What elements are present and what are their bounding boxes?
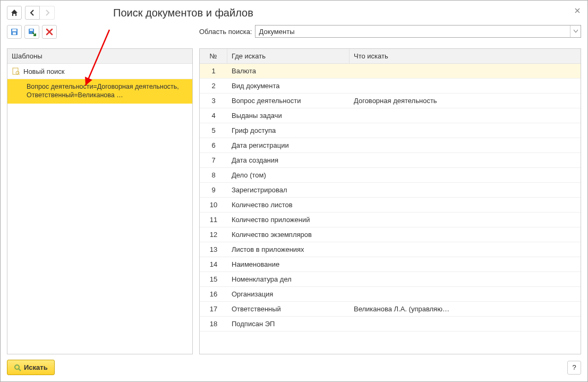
magnifier-icon — [14, 364, 21, 371]
criteria-row[interactable]: 17ОтветственныйВеликанова Л.А. (управляю… — [200, 302, 581, 317]
col-header-where[interactable]: Где искать — [227, 49, 350, 63]
criteria-row-where: Гриф доступа — [227, 123, 350, 138]
criteria-row-num: 2 — [200, 79, 227, 93]
criteria-row-num: 8 — [200, 168, 227, 182]
criteria-panel: № Где искать Что искать 1Валюта2Вид доку… — [199, 48, 581, 354]
criteria-row-where: Дата создания — [227, 153, 350, 167]
criteria-body[interactable]: 1Валюта2Вид документа3Вопрос деятельност… — [200, 64, 581, 354]
criteria-row[interactable]: 9Зарегистрировал — [200, 183, 581, 198]
col-header-what[interactable]: Что искать — [350, 49, 581, 63]
search-button[interactable]: Искать — [7, 360, 55, 375]
delete-icon — [46, 28, 53, 36]
criteria-row-what[interactable]: Великанова Л.А. (управляю… — [350, 302, 581, 316]
criteria-row-num: 12 — [200, 227, 227, 242]
criteria-row-where: Зарегистрировал — [227, 183, 350, 197]
criteria-row[interactable]: 18Подписан ЭП — [200, 317, 581, 332]
search-template-icon — [12, 67, 20, 75]
criteria-row-num: 5 — [200, 123, 227, 138]
criteria-row-what[interactable] — [350, 153, 581, 167]
col-header-num[interactable]: № — [200, 49, 227, 63]
search-button-label: Искать — [24, 363, 48, 371]
forward-button — [40, 6, 55, 20]
arrow-left-icon — [29, 10, 36, 16]
criteria-row-where: Количество приложений — [227, 213, 350, 227]
back-button[interactable] — [25, 6, 40, 20]
criteria-row-what[interactable] — [350, 123, 581, 138]
criteria-row[interactable]: 12Количество экземпляров — [200, 227, 581, 242]
criteria-row[interactable]: 13Листов в приложениях — [200, 242, 581, 257]
criteria-row[interactable]: 16Организация — [200, 287, 581, 302]
help-icon: ? — [572, 363, 576, 371]
criteria-row[interactable]: 6Дата регистрации — [200, 138, 581, 153]
criteria-row[interactable]: 5Гриф доступа — [200, 123, 581, 138]
help-button[interactable]: ? — [567, 361, 581, 375]
criteria-row-what[interactable] — [350, 257, 581, 271]
arrow-right-icon — [44, 10, 50, 16]
criteria-row-what[interactable] — [350, 287, 581, 301]
criteria-row[interactable]: 7Дата создания — [200, 153, 581, 168]
criteria-row-what[interactable] — [350, 168, 581, 182]
save-button[interactable] — [7, 25, 22, 39]
criteria-row[interactable]: 1Валюта — [200, 64, 581, 79]
criteria-row-where: Количество листов — [227, 198, 350, 212]
save-icon — [10, 28, 19, 36]
criteria-row[interactable]: 8Дело (том) — [200, 168, 581, 183]
criteria-row[interactable]: 2Вид документа — [200, 79, 581, 94]
criteria-row-num: 4 — [200, 108, 227, 123]
criteria-row-where: Выданы задачи — [227, 108, 350, 123]
criteria-row-num: 10 — [200, 198, 227, 212]
criteria-row-what[interactable] — [350, 138, 581, 152]
criteria-row[interactable]: 11Количество приложений — [200, 213, 581, 227]
home-icon — [11, 9, 18, 16]
criteria-row-num: 3 — [200, 94, 227, 108]
criteria-row-what[interactable]: Договорная деятельность — [350, 94, 581, 108]
templates-header: Шаблоны — [7, 49, 192, 64]
criteria-row-what[interactable] — [350, 242, 581, 257]
save-as-button[interactable] — [24, 25, 39, 39]
svg-rect-4 — [30, 29, 33, 31]
criteria-row-what[interactable] — [350, 227, 581, 242]
criteria-row-what[interactable] — [350, 272, 581, 286]
criteria-row-num: 11 — [200, 213, 227, 227]
home-button[interactable] — [7, 6, 22, 20]
svg-rect-2 — [13, 32, 16, 35]
criteria-row[interactable]: 10Количество листов — [200, 198, 581, 213]
save-as-icon — [28, 28, 36, 36]
criteria-row[interactable]: 15Номенклатура дел — [200, 272, 581, 287]
criteria-row-num: 16 — [200, 287, 227, 301]
criteria-row[interactable]: 4Выданы задачи — [200, 108, 581, 123]
svg-rect-1 — [12, 29, 16, 31]
criteria-row-where: Вид документа — [227, 79, 350, 93]
criteria-row-num: 9 — [200, 183, 227, 197]
scope-select[interactable]: Документы — [255, 25, 581, 38]
criteria-row-num: 17 — [200, 302, 227, 316]
criteria-row-where: Подписан ЭП — [227, 317, 350, 331]
criteria-row-what[interactable] — [350, 317, 581, 331]
scope-label: Область поиска: — [199, 28, 252, 36]
criteria-row-where: Наименование — [227, 257, 350, 271]
delete-button[interactable] — [42, 25, 57, 39]
criteria-row-where: Организация — [227, 287, 350, 301]
svg-point-7 — [15, 365, 19, 369]
template-item[interactable]: Новый поиск — [7, 64, 192, 79]
templates-panel: Шаблоны Новый поискВопрос деятельности=Д… — [7, 48, 193, 354]
criteria-row-what[interactable] — [350, 108, 581, 123]
criteria-row-num: 6 — [200, 138, 227, 152]
criteria-row-where: Дело (том) — [227, 168, 350, 182]
template-item-label: Вопрос деятельности=Договорная деятельно… — [12, 82, 188, 100]
criteria-row-what[interactable] — [350, 183, 581, 197]
criteria-row-where: Листов в приложениях — [227, 242, 350, 257]
criteria-row-where: Номенклатура дел — [227, 272, 350, 286]
criteria-row[interactable]: 14Наименование — [200, 257, 581, 272]
close-button[interactable] — [575, 8, 580, 13]
scope-dropdown-toggle[interactable] — [570, 26, 581, 37]
template-item[interactable]: Вопрос деятельности=Договорная деятельно… — [7, 79, 192, 104]
criteria-header: № Где искать Что искать — [200, 49, 581, 64]
criteria-row-what[interactable] — [350, 79, 581, 93]
criteria-row[interactable]: 3Вопрос деятельностиДоговорная деятельно… — [200, 94, 581, 108]
criteria-row-what[interactable] — [350, 198, 581, 212]
criteria-row-what[interactable] — [350, 64, 581, 78]
criteria-row-what[interactable] — [350, 213, 581, 227]
criteria-row-where: Количество экземпляров — [227, 227, 350, 242]
criteria-row-num: 1 — [200, 64, 227, 78]
